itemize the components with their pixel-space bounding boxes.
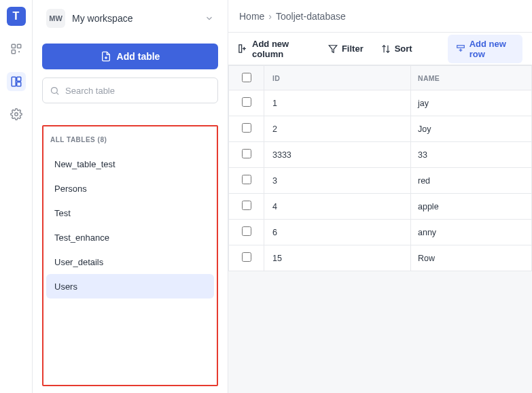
cell-name[interactable]: red <box>411 168 532 194</box>
select-all-header[interactable] <box>229 66 264 90</box>
sort-icon <box>381 44 391 54</box>
column-header-id[interactable]: ID <box>264 66 411 90</box>
cell-name[interactable]: apple <box>411 194 532 220</box>
svg-rect-5 <box>16 77 20 81</box>
cell-name[interactable]: anny <box>411 220 532 245</box>
cell-id[interactable]: 4 <box>264 194 411 220</box>
add-row-label: Add new row <box>469 39 514 59</box>
table-item[interactable]: Test <box>46 201 214 225</box>
table-item[interactable]: New_table_test <box>46 152 214 176</box>
cell-id[interactable]: 2 <box>264 116 411 142</box>
sort-label: Sort <box>395 44 412 54</box>
row-checkbox[interactable] <box>242 252 251 262</box>
search-table-input-wrap[interactable] <box>42 78 218 103</box>
table-item[interactable]: User_details <box>46 250 214 274</box>
cell-id[interactable]: 15 <box>264 245 411 271</box>
settings-icon[interactable] <box>7 105 26 124</box>
row-checkbox[interactable] <box>242 226 251 236</box>
cell-id[interactable]: 3 <box>264 168 411 194</box>
row-checkbox[interactable] <box>242 201 251 210</box>
search-icon <box>50 86 60 96</box>
svg-rect-4 <box>12 77 16 86</box>
cell-name[interactable]: 33 <box>411 142 532 168</box>
row-select-cell[interactable] <box>229 245 264 271</box>
all-tables-heading: ALL TABLES (8) <box>46 136 214 143</box>
row-select-cell[interactable] <box>229 116 264 142</box>
row-checkbox[interactable] <box>242 123 251 133</box>
workspace-badge: MW <box>46 9 65 28</box>
row-checkbox[interactable] <box>242 97 251 107</box>
workspace-selector[interactable]: MW My workspace <box>42 7 218 30</box>
row-select-cell[interactable] <box>229 168 264 194</box>
data-table: ID NAME 1jay2Joy3333333red4apple6anny15R… <box>228 65 532 271</box>
row-select-cell[interactable] <box>229 220 264 245</box>
app-logo[interactable]: T <box>7 7 26 26</box>
svg-point-10 <box>52 87 58 93</box>
row-checkbox[interactable] <box>242 175 251 184</box>
cell-name[interactable]: Row <box>411 245 532 271</box>
breadcrumb-home[interactable]: Home <box>239 11 264 22</box>
row-checkbox[interactable] <box>242 149 251 158</box>
breadcrumb-current: Tooljet-database <box>276 11 346 22</box>
add-row-button[interactable]: Add new row <box>448 35 522 63</box>
svg-rect-1 <box>17 44 20 48</box>
cell-name[interactable]: Joy <box>411 116 532 142</box>
table-row[interactable]: 2Joy <box>229 116 532 142</box>
add-column-icon <box>238 44 248 54</box>
database-icon[interactable] <box>7 72 26 91</box>
svg-rect-12 <box>239 45 242 52</box>
svg-rect-6 <box>16 82 20 86</box>
table-row[interactable]: 333333 <box>229 142 532 168</box>
svg-line-11 <box>56 92 58 95</box>
sort-button[interactable]: Sort <box>381 44 412 54</box>
tables-panel: ALL TABLES (8) New_table_testPersonsTest… <box>42 125 218 386</box>
row-select-cell[interactable] <box>229 194 264 220</box>
column-header-name[interactable]: NAME <box>411 66 532 90</box>
cell-name[interactable]: jay <box>411 90 532 116</box>
table-item[interactable]: Persons <box>46 176 214 201</box>
apps-icon[interactable] <box>7 39 26 58</box>
filter-button[interactable]: Filter <box>328 44 363 54</box>
svg-rect-2 <box>12 50 15 54</box>
table-item[interactable]: Users <box>46 274 214 298</box>
table-row[interactable]: 15Row <box>229 245 532 271</box>
table-item[interactable]: Test_enhance <box>46 225 214 250</box>
add-row-icon <box>456 44 465 54</box>
breadcrumb-sep-icon: › <box>268 11 272 22</box>
table-row[interactable]: 3red <box>229 168 532 194</box>
table-row[interactable]: 1jay <box>229 90 532 116</box>
svg-marker-15 <box>329 45 337 52</box>
chevron-down-icon <box>205 14 214 23</box>
svg-point-7 <box>14 113 18 116</box>
breadcrumb: Home › Tooljet-database <box>228 0 532 33</box>
add-column-button[interactable]: Add new column <box>238 39 311 59</box>
cell-id[interactable]: 6 <box>264 220 411 245</box>
add-table-label: Add table <box>117 51 160 62</box>
add-table-button[interactable]: Add table <box>42 44 218 69</box>
table-row[interactable]: 6anny <box>229 220 532 245</box>
table-row[interactable]: 4apple <box>229 194 532 220</box>
cell-id[interactable]: 3333 <box>264 142 411 168</box>
filter-icon <box>328 44 338 54</box>
svg-point-3 <box>18 51 20 52</box>
add-column-label: Add new column <box>252 39 311 59</box>
file-plus-icon <box>101 51 111 62</box>
filter-label: Filter <box>342 44 363 54</box>
workspace-name: My workspace <box>72 13 198 24</box>
cell-id[interactable]: 1 <box>264 90 411 116</box>
select-all-checkbox[interactable] <box>242 73 251 82</box>
svg-rect-0 <box>12 44 15 48</box>
svg-rect-16 <box>457 45 464 48</box>
search-table-input[interactable] <box>65 86 211 96</box>
row-select-cell[interactable] <box>229 90 264 116</box>
row-select-cell[interactable] <box>229 142 264 168</box>
